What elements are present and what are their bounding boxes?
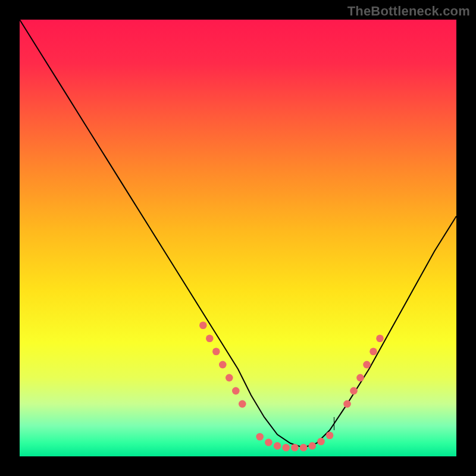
- marker-dot: [343, 400, 351, 408]
- marker-dot: [206, 335, 214, 343]
- marker-dot: [239, 400, 246, 408]
- marker-dot: [369, 348, 377, 356]
- marker-dots: [199, 322, 384, 452]
- marker-dot: [300, 444, 308, 452]
- marker-dot: [317, 438, 325, 446]
- marker-dot: [212, 348, 220, 356]
- plot-area: [20, 20, 456, 456]
- watermark-text: TheBottleneck.com: [347, 4, 470, 19]
- marker-dot: [309, 442, 317, 450]
- marker-dot: [363, 361, 371, 369]
- marker-dot: [326, 432, 334, 440]
- marker-dot: [256, 433, 264, 441]
- marker-dot: [219, 361, 227, 369]
- marker-dot: [226, 374, 233, 382]
- marker-dot: [350, 387, 358, 395]
- marker-dot: [291, 444, 299, 452]
- marker-dot: [282, 444, 290, 452]
- marker-dot: [274, 442, 281, 450]
- marker-dot: [265, 439, 273, 446]
- chart-stage: TheBottleneck.com: [0, 0, 476, 476]
- bottleneck-curve: [20, 20, 456, 447]
- marker-dot: [356, 374, 364, 382]
- chart-svg: [20, 20, 456, 456]
- marker-dot: [376, 335, 384, 343]
- marker-dot: [199, 322, 207, 330]
- marker-dot: [232, 387, 240, 395]
